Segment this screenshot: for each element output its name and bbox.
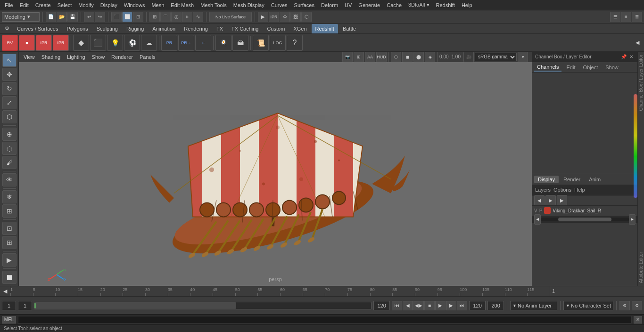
menu-display[interactable]: Display (98, 1, 120, 9)
menu-curves[interactable]: Curves (268, 1, 290, 9)
shelf-tab-fx-caching[interactable]: FX Caching (228, 24, 262, 33)
shelf-tab-polygons[interactable]: Polygons (63, 24, 91, 33)
frame-end-input[interactable] (469, 301, 486, 310)
new-file-button[interactable]: 📄 (46, 12, 56, 22)
go-to-start-button[interactable]: ⏮ (392, 301, 402, 310)
menu-file[interactable]: File (2, 1, 16, 9)
frame-current-input[interactable] (18, 301, 32, 310)
timeline-ruler[interactable]: 1510152025303540455055606570758085909510… (10, 286, 550, 296)
menu-deform[interactable]: Deform (318, 1, 341, 9)
shelf-settings-button[interactable]: ⚙ (2, 24, 12, 33)
shelf-collapse-button[interactable]: ◀ (636, 40, 642, 46)
time-range-bar[interactable] (34, 302, 372, 309)
range-end-input[interactable] (487, 301, 504, 310)
snap-point-lt[interactable]: ⊡ (2, 222, 17, 235)
shelf-icon-mat1[interactable]: ◆ (73, 35, 89, 51)
viewport-3d[interactable]: Y X Z persp (19, 62, 532, 286)
shelf-tab-redshift[interactable]: Redshift (312, 24, 338, 33)
menu-redshift[interactable]: Redshift (433, 1, 458, 9)
timeline-expand-button[interactable]: ◀ (0, 286, 10, 296)
shelf-tab-rigging[interactable]: Rigging (123, 24, 148, 33)
gamma-arrow[interactable]: ▾ (518, 52, 528, 62)
menu-select[interactable]: Select (55, 1, 75, 9)
channel-box-tab-label[interactable]: Channel Box / Layer Editor (637, 52, 644, 114)
snap-point-button[interactable]: ⊡ (133, 12, 143, 22)
shelf-icon-1[interactable]: RV (2, 35, 18, 51)
select-tool-button[interactable]: ↖ (2, 54, 17, 67)
ipr-button[interactable]: IPR (269, 12, 279, 22)
vp-menu-shading[interactable]: Shading (39, 53, 63, 61)
menu-help[interactable]: Help (459, 1, 475, 9)
shelf-tab-curves[interactable]: Curves / Surfaces (13, 24, 62, 33)
layers-menu-help[interactable]: Help (574, 187, 585, 193)
snap-grid-lt[interactable]: ⊞ (2, 236, 17, 249)
shelf-icon-4[interactable]: IPR (53, 35, 69, 51)
go-to-end-button[interactable]: ⏭ (457, 301, 467, 310)
no-anim-layer-dropdown[interactable]: ▼ No Anim Layer (510, 301, 557, 310)
hypershade-button[interactable]: ⬡ (301, 12, 312, 22)
render-lt[interactable]: ▶ (2, 253, 17, 267)
shelf-icon-render2[interactable]: 🏔 (232, 35, 248, 51)
frame-range-end-input[interactable] (373, 301, 390, 310)
scroll-left-button[interactable]: ◀ (534, 214, 541, 225)
gamma-select[interactable]: sRGB gamma (475, 53, 517, 61)
select-by-hierarchy-button[interactable]: ⬛ (111, 12, 122, 22)
menu-edit[interactable]: Edit (17, 1, 32, 9)
shelf-icon-help[interactable]: ? (287, 35, 303, 51)
shelf-tab-rendering[interactable]: Rendering (180, 24, 212, 33)
shelf-tab-animation[interactable]: Animation (149, 24, 179, 33)
menu-edit-mesh[interactable]: Edit Mesh (168, 1, 197, 9)
menu-cache[interactable]: Cache (384, 1, 405, 9)
snap-point2-button[interactable]: ◎ (171, 12, 182, 22)
layers-menu-options[interactable]: Options (553, 187, 571, 193)
dt-tab-render[interactable]: Render (560, 176, 584, 183)
render-settings-button[interactable]: ⚙ (280, 12, 290, 22)
menu-mesh-tools[interactable]: Mesh Tools (198, 1, 229, 9)
shelf-icon-render1[interactable]: 🍳 (215, 35, 231, 51)
shelf-icon-pr1[interactable]: PR (161, 35, 177, 51)
shelf-icon-pr3[interactable]: ↔ (195, 35, 211, 51)
layers-menu-layers[interactable]: Layers (535, 187, 551, 193)
snap-curve-button[interactable]: ⌒ (160, 12, 171, 22)
vp-menu-lighting[interactable]: Lighting (64, 53, 88, 61)
play-back-button[interactable]: ◀▶ (413, 301, 424, 310)
cb-tab-edit[interactable]: Edit (563, 64, 578, 71)
vp-menu-view[interactable]: View (21, 53, 38, 61)
render-view-button[interactable]: 🖼 (290, 12, 301, 22)
shelf-icon-dome[interactable]: ☁ (141, 35, 157, 51)
menu-uv[interactable]: UV (342, 1, 355, 9)
soft-select-button[interactable]: ⊕ (2, 128, 17, 141)
save-file-button[interactable]: 💾 (67, 12, 78, 22)
render-button[interactable]: ▶ (258, 12, 268, 22)
camera-type-button[interactable]: 🎥 (463, 52, 474, 62)
menu-surfaces[interactable]: Surfaces (291, 1, 317, 9)
workspace-button[interactable]: ⬜ (2, 271, 17, 284)
no-live-surface-dropdown[interactable]: No Live Surface (209, 12, 252, 22)
anim-layer-settings[interactable]: ⚙ (619, 301, 630, 310)
layer-add-button[interactable]: ▶ (557, 195, 567, 205)
layer-back-button[interactable]: ◀ (534, 195, 545, 205)
menu-3dtoall[interactable]: 3DtoAll ▾ (405, 1, 432, 9)
menu-windows[interactable]: Windows (121, 1, 148, 9)
move-tool-button[interactable]: ✥ (2, 68, 17, 81)
redo-button[interactable]: ↪ (95, 12, 105, 22)
time-range-start-handle[interactable] (34, 303, 36, 308)
no-char-set-dropdown[interactable]: ▼ No Character Set (563, 301, 613, 310)
scale-tool-button[interactable]: ⤢ (2, 96, 17, 109)
shelf-tab-custom[interactable]: Custom (264, 24, 289, 33)
menu-mesh[interactable]: Mesh (149, 1, 167, 9)
menu-generate[interactable]: Generate (355, 1, 383, 9)
universal-tool-button[interactable]: ⬡ (2, 110, 17, 123)
channel-box-toggle[interactable]: ☰ (610, 12, 620, 22)
shelf-icon-script[interactable]: 📜 (253, 35, 269, 51)
shelf-tab-sculpting[interactable]: Sculpting (93, 24, 122, 33)
layer-row[interactable]: V P Viking_Drakkar_Sail_R (532, 206, 637, 216)
dt-tab-display[interactable]: Display (534, 176, 559, 183)
menu-mesh-display[interactable]: Mesh Display (231, 1, 267, 9)
cb-tab-show[interactable]: Show (603, 64, 621, 71)
open-file-button[interactable]: 📂 (57, 12, 67, 22)
channel-box-pin[interactable]: 📌 (620, 54, 627, 60)
mel-lang-button[interactable]: MEL (2, 316, 16, 324)
play-forward-button[interactable]: ▶ (435, 301, 446, 310)
attribute-editor-toggle[interactable]: ≡ (621, 12, 631, 22)
